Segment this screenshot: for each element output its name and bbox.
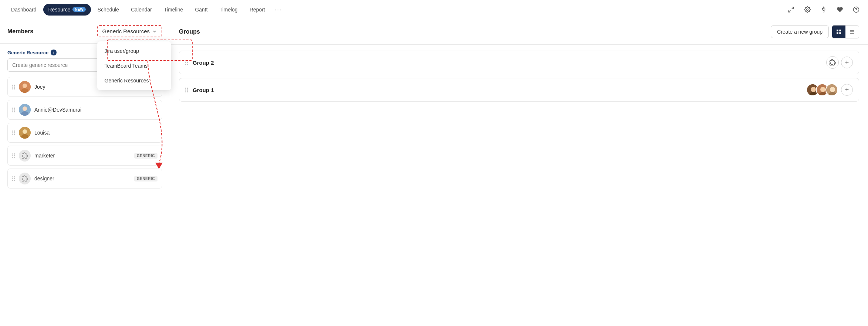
nav-report[interactable]: Report [244, 4, 270, 16]
menu-item-teamboard[interactable]: TeamBoard Teams [97, 58, 171, 73]
bulb-icon[interactable] [818, 4, 830, 16]
drag-handle[interactable] [12, 153, 15, 158]
menu-item-jira[interactable]: Jira user/group [97, 44, 171, 58]
main-container: Members Generic Resources Jira user/grou… [0, 19, 868, 326]
chevron-down-icon [152, 29, 157, 34]
group2-add-member-button[interactable]: + [841, 57, 853, 68]
right-header-actions: Create a new group [771, 25, 859, 38]
svg-point-27 [820, 87, 825, 92]
nav-more-icon[interactable]: ⋯ [272, 4, 284, 15]
groups-body: Group 2 + Group 1 [170, 45, 868, 326]
fullscreen-icon[interactable] [785, 4, 797, 16]
right-panel-header: Groups Create a new group [170, 19, 868, 45]
group1-avatar-3 [825, 84, 838, 96]
group1-name: Group 1 [193, 87, 806, 93]
svg-rect-16 [837, 30, 838, 31]
svg-rect-19 [839, 32, 841, 34]
svg-point-30 [830, 87, 835, 92]
settings-icon[interactable] [801, 4, 813, 16]
member-name-louisa: Louisa [34, 130, 157, 136]
left-panel: Members Generic Resources Jira user/grou… [0, 19, 170, 326]
group-item-group1: Group 1 + [179, 78, 859, 102]
drag-handle[interactable] [12, 108, 15, 112]
members-title: Members [7, 28, 33, 35]
info-icon: i [51, 50, 57, 55]
dropdown-wrapper: Generic Resources Jira user/group TeamBo… [97, 25, 162, 37]
help-icon[interactable] [850, 4, 862, 16]
group2-name: Group 2 [193, 60, 826, 66]
member-name-annie: Annie@DevSamurai [34, 107, 157, 113]
drag-handle[interactable] [12, 176, 15, 181]
avatar-annie [19, 104, 31, 116]
group-item-group2: Group 2 + [179, 51, 859, 74]
groups-title: Groups [179, 28, 200, 35]
puzzle-icon [21, 175, 28, 182]
member-name-marketer: marketer [34, 153, 130, 159]
resource-type-menu: Jira user/group TeamBoard Teams Generic … [97, 41, 171, 90]
nav-schedule[interactable]: Schedule [92, 4, 124, 16]
avatar-marketer-generic [19, 150, 31, 162]
member-name-designer: designer [34, 176, 130, 181]
svg-line-0 [792, 7, 794, 9]
group1-avatars [806, 84, 838, 96]
left-panel-header: Members Generic Resources Jira user/grou… [0, 19, 170, 44]
avatar-joey [19, 81, 31, 93]
svg-line-1 [789, 10, 790, 12]
menu-item-generic[interactable]: Generic Resources [97, 73, 171, 88]
drag-handle[interactable] [12, 85, 15, 89]
svg-point-14 [23, 129, 27, 134]
nav-calendar[interactable]: Calendar [126, 4, 157, 16]
svg-point-11 [23, 106, 27, 111]
member-item-annie: Annie@DevSamurai [7, 100, 162, 120]
group2-puzzle-icon [826, 56, 839, 69]
drag-handle[interactable] [12, 130, 15, 135]
resource-badge: NEW [72, 7, 85, 12]
nav-dashboard[interactable]: Dashboard [6, 4, 42, 16]
grid-view-button[interactable] [832, 26, 845, 38]
list-view-button[interactable] [845, 26, 859, 38]
nav-resource[interactable]: Resource NEW [43, 4, 91, 16]
svg-point-2 [807, 9, 808, 10]
nav-timelog[interactable]: Timelog [214, 4, 243, 16]
nav-timeline[interactable]: Timeline [159, 4, 188, 16]
bell-icon[interactable] [834, 4, 846, 16]
right-panel: Groups Create a new group [170, 19, 868, 326]
top-navigation: Dashboard Resource NEW Schedule Calendar… [0, 0, 868, 19]
puzzle-icon [21, 152, 28, 159]
member-item-louisa: Louisa [7, 123, 162, 143]
group1-add-member-button[interactable]: + [841, 84, 853, 96]
nav-items: Dashboard Resource NEW Schedule Calendar… [6, 4, 284, 16]
generic-badge-marketer: GENERIC [134, 153, 157, 159]
group-drag-handle[interactable] [185, 60, 188, 65]
svg-rect-17 [839, 30, 841, 31]
resource-type-dropdown[interactable]: Generic Resources [97, 25, 162, 37]
avatar-louisa [19, 127, 31, 139]
avatar-designer-generic [19, 173, 31, 184]
nav-gantt[interactable]: Gantt [190, 4, 213, 16]
group-drag-handle[interactable] [185, 88, 188, 92]
svg-rect-18 [837, 32, 838, 34]
nav-actions [785, 4, 862, 16]
member-item-marketer: marketer GENERIC [7, 146, 162, 166]
view-toggle [832, 25, 859, 38]
svg-point-8 [23, 84, 27, 88]
member-item-designer: designer GENERIC [7, 169, 162, 189]
svg-point-24 [811, 87, 816, 92]
generic-badge-designer: GENERIC [134, 176, 157, 181]
dropdown-selected-label: Generic Resources [102, 28, 150, 34]
create-new-group-button[interactable]: Create a new group [771, 26, 829, 38]
